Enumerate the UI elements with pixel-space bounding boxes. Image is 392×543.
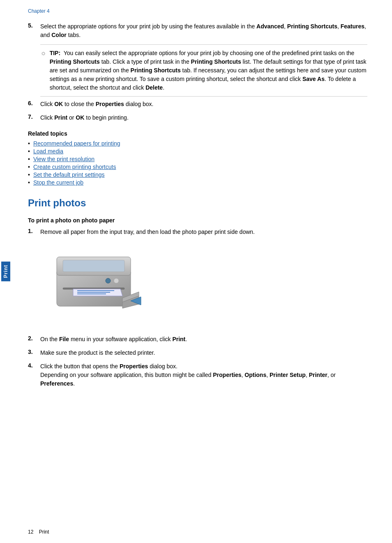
photo-step-4: 4. Click the button that opens the Prope… [28,362,367,388]
related-link-item: Set the default print settings [28,171,367,178]
photo-step-2-content: On the File menu in your software applic… [40,335,367,344]
related-link[interactable]: Set the default print settings [33,171,105,178]
related-link[interactable]: View the print resolution [33,156,95,162]
step-5: 5. Select the appropriate options for yo… [28,22,367,39]
photo-step-1: 1. Remove all paper from the input tray,… [28,228,367,236]
step-7: 7. Click Print or OK to begin printing. [28,113,367,122]
related-link[interactable]: Recommended papers for printing [33,140,120,147]
related-link-item: Recommended papers for printing [28,140,367,147]
tip-box: ☼ TIP: You can easily select the appropr… [40,44,367,97]
related-topics-title: Related topics [28,130,367,137]
step-5-content: Select the appropriate options for your … [40,22,367,39]
main-content: Chapter 4 5. Select the appropriate opti… [12,0,392,543]
photo-step-4-content: Click the button that opens the Properti… [40,362,367,388]
tip-icon: ☼ [40,49,46,57]
photo-step-2: 2. On the File menu in your software app… [28,335,367,344]
related-link[interactable]: Load media [33,148,63,155]
related-link[interactable]: Create custom printing shortcuts [33,164,116,170]
related-topics: Related topics Recommended papers for pr… [28,130,367,186]
footer-section: Print [39,529,49,535]
photo-step-4-number: 4. [28,362,40,388]
page-number: 12 [28,529,33,535]
step-7-content: Click Print or OK to begin printing. [40,113,367,122]
related-link[interactable]: Stop the current job [33,179,83,186]
related-link-item: Create custom printing shortcuts [28,164,367,170]
print-photos-title: Print photos [28,197,367,209]
related-link-item: View the print resolution [28,156,367,162]
photo-step-3-content: Make sure the product is the selected pr… [40,349,367,357]
side-tab-label: Print [1,261,10,281]
related-link-item: Stop the current job [28,179,367,186]
printer-image [40,245,147,327]
print-photos-subheading: To print a photo on photo paper [28,217,367,224]
chapter-header: Chapter 4 [28,8,367,14]
tip-text: TIP: You can easily select the appropria… [50,49,367,92]
related-link-item: Load media [28,148,367,155]
photo-step-2-number: 2. [28,335,40,344]
photo-step-3-number: 3. [28,349,40,357]
printer-illustration [40,245,147,327]
step-6-number: 6. [28,100,40,109]
photo-step-1-number: 1. [28,228,40,236]
svg-point-3 [106,278,111,283]
photo-step-1-content: Remove all paper from the input tray, an… [40,228,367,236]
svg-rect-2 [63,260,125,272]
related-links-list: Recommended papers for printing Load med… [28,140,367,186]
footer: 12 Print [28,529,49,535]
step-5-number: 5. [28,22,40,39]
step-7-number: 7. [28,113,40,122]
side-tab: Print [0,0,12,543]
step-6: 6. Click OK to close the Properties dial… [28,100,367,109]
photo-step-3: 3. Make sure the product is the selected… [28,349,367,357]
step-6-content: Click OK to close the Properties dialog … [40,100,367,109]
svg-point-4 [114,278,119,283]
